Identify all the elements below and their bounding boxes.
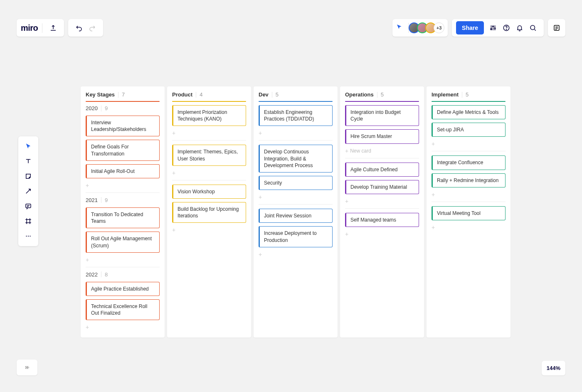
add-card-label: New card [350, 148, 371, 154]
add-card-button[interactable]: +New card [345, 147, 419, 155]
add-card-button[interactable]: + [172, 129, 246, 137]
expand-toolbar-button[interactable] [17, 360, 37, 375]
svg-point-9 [28, 236, 29, 237]
redo-button[interactable] [86, 21, 99, 35]
miro-logo[interactable]: miro [21, 23, 42, 33]
column-underline [345, 101, 419, 102]
swimlane-label[interactable]: 20219 [86, 197, 160, 203]
card[interactable]: Virtual Meeting Tool [432, 206, 506, 220]
svg-point-4 [506, 29, 506, 30]
share-button[interactable]: Share [456, 21, 484, 35]
swimlane-divider [86, 192, 160, 193]
card[interactable]: Self Managed teams [345, 213, 419, 227]
column-count: 4 [200, 91, 202, 98]
avatar-more[interactable]: +3 [434, 22, 444, 33]
sticky-note-tool[interactable] [21, 169, 36, 184]
plus-icon: + [345, 231, 348, 237]
frame-tool[interactable] [21, 214, 36, 229]
column-title[interactable]: Implement [432, 91, 459, 98]
card[interactable]: Hire Scrum Master [345, 129, 419, 143]
card[interactable]: Initial Agile Roll-Out [86, 164, 160, 178]
card[interactable]: Implement: Themes, Epics, User Stories [172, 145, 246, 165]
swimlane-label[interactable]: 20228 [86, 271, 160, 278]
plus-icon: + [259, 251, 262, 258]
plus-icon: + [172, 227, 175, 233]
divider [462, 92, 462, 98]
card[interactable]: Integrate Confluence [432, 155, 506, 170]
add-card-button[interactable]: + [172, 226, 246, 234]
card[interactable]: Integration into Budget Cycle [345, 105, 419, 126]
add-card-button[interactable]: + [432, 191, 506, 198]
card[interactable]: Increase Deployment to Production [259, 226, 333, 247]
share-panel: Share [452, 19, 544, 37]
card[interactable]: Agile Culture Defined [345, 163, 419, 177]
column-underline [172, 101, 246, 102]
help-icon[interactable] [500, 21, 513, 35]
history-panel [68, 19, 103, 37]
card[interactable]: Develop Continuous Integration, Build & … [259, 145, 333, 173]
swimlane-divider [432, 151, 506, 151]
swimlane-label[interactable]: 20209 [86, 105, 160, 111]
add-card-button[interactable]: + [172, 169, 246, 177]
select-tool[interactable] [21, 139, 36, 154]
column-count: 5 [276, 91, 279, 98]
settings-icon[interactable] [486, 21, 500, 35]
card[interactable]: Implement Priorization Techniques (KANO) [172, 105, 246, 126]
add-card-button[interactable]: + [259, 193, 333, 201]
card[interactable]: Rally + Redmine Integration [432, 173, 506, 187]
notes-panel[interactable] [548, 19, 565, 37]
plus-icon: + [259, 194, 262, 200]
add-card-button[interactable]: + [432, 224, 506, 231]
plus-icon: + [86, 256, 89, 263]
card[interactable]: Roll Out Agile Management (Scrum) [86, 232, 160, 252]
column-title[interactable]: Product [172, 91, 192, 98]
add-card-button[interactable]: + [86, 256, 160, 264]
card[interactable]: Technical Excellence Roll Out Finalized [86, 299, 160, 320]
plus-icon: + [432, 224, 435, 231]
column-product: Product4Implement Priorization Technique… [167, 86, 251, 338]
undo-button[interactable] [72, 21, 86, 35]
comment-tool[interactable] [21, 199, 36, 214]
add-card-button[interactable]: + [259, 129, 333, 137]
more-tools[interactable] [21, 229, 36, 244]
card[interactable]: Transition To Dedicated Teams [86, 207, 160, 228]
export-icon[interactable] [47, 21, 60, 35]
add-card-button[interactable]: + [345, 230, 419, 238]
swimlane-divider [172, 140, 246, 141]
search-icon[interactable] [526, 21, 540, 35]
card[interactable]: Build Backlog for Upcoming Iterations [172, 202, 246, 223]
text-tool[interactable] [21, 154, 36, 169]
card[interactable]: Set-up JIRA [432, 123, 506, 137]
add-card-button[interactable]: + [86, 182, 160, 189]
card[interactable]: Interview Leadership/Stakeholders [86, 116, 160, 136]
add-card-button[interactable]: + [259, 251, 333, 258]
cursor-follow-icon[interactable] [396, 23, 403, 32]
plus-icon: + [432, 191, 435, 198]
plus-icon: + [172, 130, 175, 136]
divider [377, 92, 377, 98]
arrow-tool[interactable] [21, 184, 36, 199]
card[interactable]: Define Agile Metrics & Tools [432, 105, 506, 119]
column-underline [86, 101, 160, 102]
plus-icon: + [172, 170, 175, 176]
add-card-button[interactable]: + [432, 140, 506, 148]
divider [101, 271, 101, 277]
column-title[interactable]: Dev [259, 91, 269, 98]
card[interactable]: Vision Workshop [172, 185, 246, 199]
swimlane-divider [86, 267, 160, 267]
column-key-stages: Key Stages720209Interview Leadership/Sta… [81, 86, 165, 338]
svg-point-8 [26, 236, 27, 237]
add-card-button[interactable]: + [86, 323, 160, 331]
column-title[interactable]: Operations [345, 91, 374, 98]
divider [196, 92, 196, 98]
card[interactable]: Define Goals For Transformation [86, 140, 160, 160]
card[interactable]: Joint Review Session [259, 209, 333, 223]
card[interactable]: Agile Practice Established [86, 282, 160, 296]
card[interactable]: Develop Training Material [345, 180, 419, 194]
notifications-icon[interactable] [513, 21, 526, 35]
card[interactable]: Security [259, 176, 333, 190]
add-card-button[interactable]: + [345, 197, 419, 205]
column-title[interactable]: Key Stages [86, 91, 115, 98]
card[interactable]: Establish Engineering Practices (TDD/ATD… [259, 105, 333, 126]
zoom-level[interactable]: 144% [542, 361, 565, 375]
